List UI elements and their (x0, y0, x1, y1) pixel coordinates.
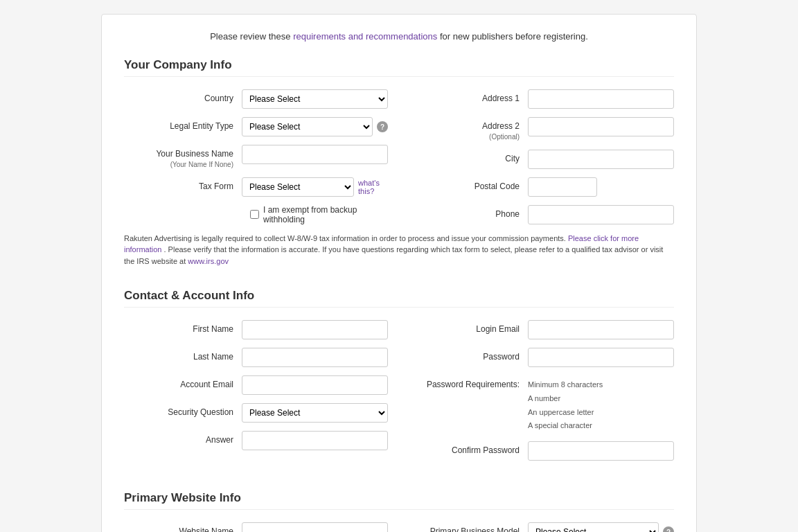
last-name-input[interactable] (242, 348, 388, 367)
login-email-input[interactable] (528, 320, 674, 339)
security-question-row: Security Question Please Select (124, 403, 388, 423)
account-email-input[interactable] (242, 375, 388, 395)
answer-input[interactable] (242, 431, 388, 450)
website-name-input[interactable] (242, 522, 388, 532)
login-email-control (528, 320, 674, 339)
company-section: Your Company Info Country Please Select … (124, 58, 674, 267)
confirm-password-label: Confirm Password (410, 441, 528, 456)
security-question-control: Please Select (242, 403, 388, 423)
password-label: Password (410, 348, 528, 363)
requirements-link[interactable]: requirements and recommendations (293, 31, 437, 42)
password-requirements: Minimum 8 characters A number An upperca… (528, 378, 603, 433)
company-section-title: Your Company Info (124, 58, 674, 77)
address2-input[interactable] (528, 117, 674, 136)
tax-note: Rakuten Advertising is legally required … (124, 233, 674, 267)
phone-row: Phone (410, 205, 674, 224)
legal-entity-control: Please Select ? (242, 117, 388, 136)
confirm-password-input[interactable] (528, 441, 674, 461)
account-email-control (242, 375, 388, 395)
password-row: Password (410, 348, 674, 367)
address2-label: Address 2 (Optional) (410, 117, 528, 141)
phone-input[interactable] (528, 205, 674, 224)
company-right-col: Address 1 Address 2 (Optional) (410, 89, 674, 233)
website-right-col: Primary Business Model Please Select ? (410, 522, 674, 532)
company-form-grid: Country Please Select Legal Entity Type … (124, 89, 674, 233)
password-reqs-row: Password Requirements: Minimum 8 charact… (410, 375, 674, 433)
req-min-chars: Minimum 8 characters (528, 378, 603, 392)
phone-control (528, 205, 674, 224)
address1-label: Address 1 (410, 89, 528, 105)
country-select[interactable]: Please Select (242, 89, 388, 109)
tax-form-control: Please Select what's this? (242, 177, 388, 197)
last-name-row: Last Name (124, 348, 388, 367)
irs-link[interactable]: www.irs.gov (188, 257, 229, 265)
website-form-grid: Website Name Primary Business Mod (124, 522, 674, 532)
postal-code-input[interactable] (528, 177, 597, 197)
tax-form-label: Tax Form (124, 177, 242, 193)
security-question-select[interactable]: Please Select (242, 403, 388, 423)
exempt-row: I am exempt from backup withholding (250, 205, 388, 224)
security-question-label: Security Question (124, 403, 242, 418)
address1-input[interactable] (528, 89, 674, 109)
business-name-label: Your Business Name (Your Name If None) (124, 145, 242, 169)
address1-row: Address 1 (410, 89, 674, 109)
website-section-title: Primary Website Info (124, 491, 674, 510)
legal-entity-info-icon[interactable]: ? (377, 121, 388, 132)
last-name-label: Last Name (124, 348, 242, 363)
tax-form-row: Tax Form Please Select what's this? (124, 177, 388, 197)
first-name-control (242, 320, 388, 339)
city-input[interactable] (528, 150, 674, 169)
confirm-password-control (528, 441, 674, 461)
whats-this-link[interactable]: what's this? (358, 179, 388, 195)
primary-business-info-icon[interactable]: ? (663, 526, 674, 532)
website-section: Primary Website Info Website Name (124, 491, 674, 532)
login-email-label: Login Email (410, 320, 528, 335)
postal-code-label: Postal Code (410, 177, 528, 193)
phone-label: Phone (410, 205, 528, 220)
intro-text: Please review these requirements and rec… (124, 31, 674, 42)
req-special-char: A special character (528, 419, 603, 433)
password-input[interactable] (528, 348, 674, 367)
website-left-col: Website Name (124, 522, 388, 532)
first-name-label: First Name (124, 320, 242, 335)
website-name-row: Website Name (124, 522, 388, 532)
last-name-control (242, 348, 388, 367)
business-name-row: Your Business Name (Your Name If None) (124, 145, 388, 169)
exempt-checkbox[interactable] (250, 210, 259, 219)
website-name-label: Website Name (124, 522, 242, 532)
postal-code-row: Postal Code (410, 177, 674, 197)
req-number: A number (528, 392, 603, 406)
primary-business-row: Primary Business Model Please Select ? (410, 522, 674, 532)
first-name-input[interactable] (242, 320, 388, 339)
first-name-row: First Name (124, 320, 388, 339)
business-name-control (242, 145, 388, 164)
password-control (528, 348, 674, 367)
answer-control (242, 431, 388, 450)
contact-left-col: First Name Last Name Account Email (124, 320, 388, 469)
city-label: City (410, 150, 528, 165)
website-name-control (242, 522, 388, 532)
answer-row: Answer (124, 431, 388, 450)
legal-entity-label: Legal Entity Type (124, 117, 242, 132)
country-row: Country Please Select (124, 89, 388, 109)
page-container: Please review these requirements and rec… (101, 14, 697, 532)
account-email-label: Account Email (124, 375, 242, 391)
city-control (528, 150, 674, 169)
confirm-password-row: Confirm Password (410, 441, 674, 461)
country-control: Please Select (242, 89, 388, 109)
business-name-input[interactable] (242, 145, 388, 164)
account-email-row: Account Email (124, 375, 388, 395)
legal-entity-select[interactable]: Please Select (242, 117, 373, 136)
exempt-label: I am exempt from backup withholding (263, 205, 388, 224)
contact-form-grid: First Name Last Name Account Email (124, 320, 674, 469)
postal-code-control (528, 177, 674, 197)
tax-form-select[interactable]: Please Select (242, 177, 354, 197)
country-label: Country (124, 89, 242, 105)
address2-control (528, 117, 674, 136)
contact-section: Contact & Account Info First Name Last N… (124, 289, 674, 469)
primary-business-select[interactable]: Please Select (528, 522, 659, 532)
primary-business-label: Primary Business Model (410, 522, 528, 532)
password-reqs-control: Minimum 8 characters A number An upperca… (528, 375, 674, 433)
city-row: City (410, 150, 674, 169)
contact-right-col: Login Email Password Password Requiremen… (410, 320, 674, 469)
